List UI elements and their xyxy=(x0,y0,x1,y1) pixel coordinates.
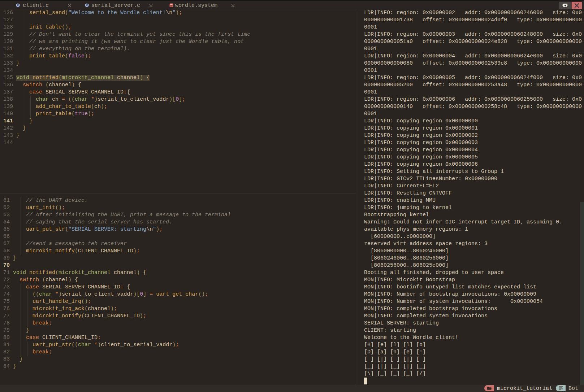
svg-text:C: C xyxy=(86,4,88,7)
svg-text:C: C xyxy=(17,4,19,7)
